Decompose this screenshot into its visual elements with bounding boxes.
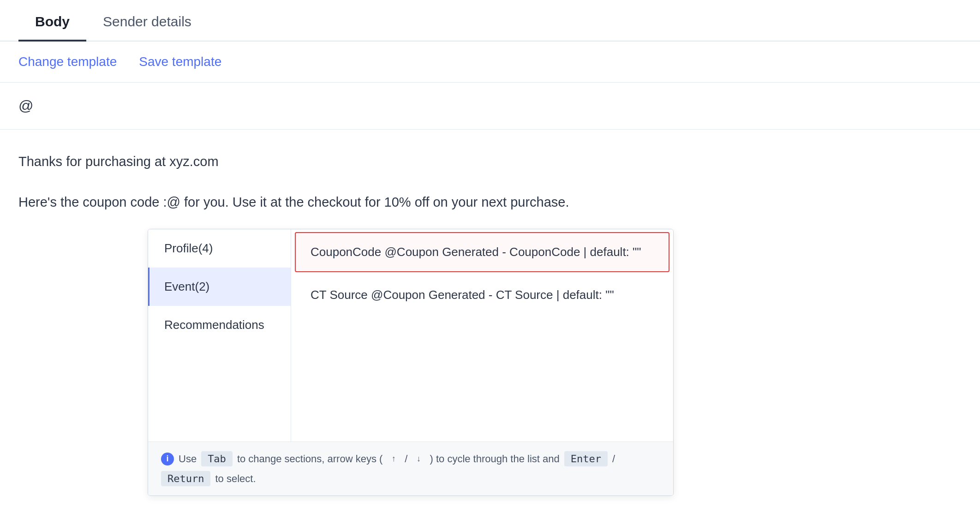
footer-text-middle: to change sections, arrow keys ( [237,453,382,465]
dropdown-left-panel: Profile(4) Event(2) Recommendations [148,229,291,441]
footer-text-use: Use [179,453,197,465]
dropdown-left-item-profile[interactable]: Profile(4) [148,229,291,268]
dropdown-right-panel: CouponCode @Coupon Generated - CouponCod… [291,229,673,441]
at-row: @ [0,83,980,130]
dropdown-left-item-event[interactable]: Event(2) [148,268,291,306]
footer-slash-2: / [612,453,615,465]
badge-return: Return [161,471,210,486]
dropdown-main: Profile(4) Event(2) Recommendations Coup… [148,229,673,441]
arrow-down-icon: ↓ [412,453,425,465]
content-area: Thanks for purchasing at xyz.com Here's … [0,130,980,513]
at-symbol: @ [18,97,33,114]
action-links-bar: Change template Save template [0,42,980,83]
variable-dropdown: Profile(4) Event(2) Recommendations Coup… [148,229,674,496]
tab-body[interactable]: Body [18,0,86,42]
dropdown-footer: i Use Tab to change sections, arrow keys… [148,441,673,495]
footer-text-end: ) to cycle through the list and [430,453,559,465]
main-container: Body Sender details Change template Save… [0,0,980,513]
badge-enter: Enter [564,451,608,466]
info-icon: i [161,453,174,465]
dropdown-right-item-ct-source[interactable]: CT Source @Coupon Generated - CT Source … [291,275,673,315]
email-line-1: Thanks for purchasing at xyz.com [18,152,962,172]
dropdown-left-item-recommendations[interactable]: Recommendations [148,306,291,344]
dropdown-right-item-coupon-code[interactable]: CouponCode @Coupon Generated - CouponCod… [295,232,669,272]
tabs-bar: Body Sender details [0,0,980,42]
tab-sender-details[interactable]: Sender details [86,0,208,42]
email-line-2: Here's the coupon code :@ for you. Use i… [18,192,962,213]
footer-slash-1: / [405,453,407,465]
change-template-link[interactable]: Change template [18,54,117,69]
footer-text-select: to select. [215,473,256,485]
badge-tab: Tab [201,451,233,466]
save-template-link[interactable]: Save template [139,54,221,69]
arrow-up-icon: ↑ [387,453,400,465]
